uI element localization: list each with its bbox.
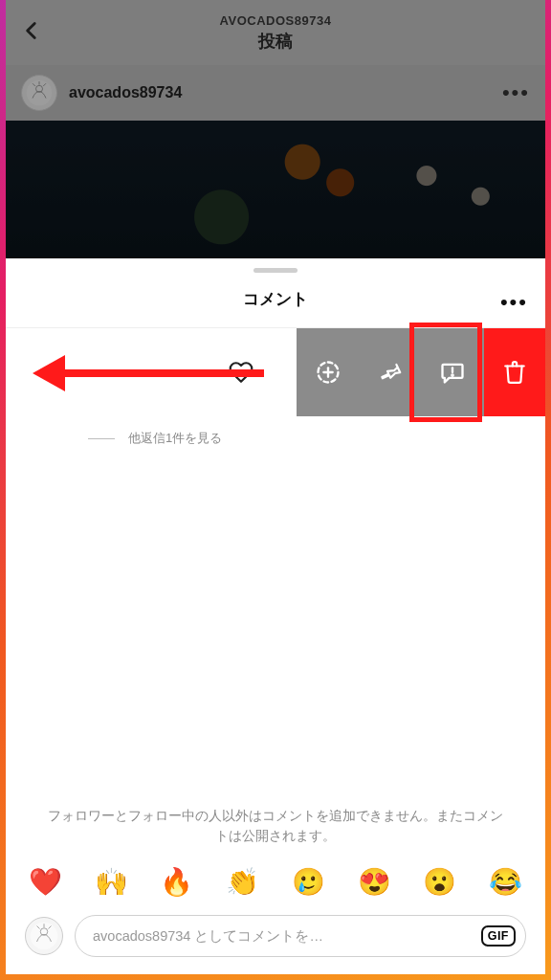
sheet-title: コメント (6, 288, 545, 310)
avatar-icon (26, 79, 53, 106)
emoji-teary-smile[interactable]: 🥲 (292, 866, 325, 898)
pin-icon (378, 360, 403, 385)
message-alert-icon (439, 359, 466, 386)
back-button[interactable] (19, 18, 44, 47)
emoji-quick-row: ❤️ 🙌 🔥 👏 🥲 😍 😮 😂 (6, 860, 545, 911)
replies-dash (88, 438, 115, 439)
svg-point-6 (452, 374, 453, 375)
restrict-button[interactable] (299, 328, 357, 416)
emoji-open-mouth[interactable]: 😮 (423, 866, 456, 898)
delete-button[interactable] (484, 328, 545, 416)
post-author-bar: avocados89734 ••• (6, 65, 545, 121)
trash-icon (502, 360, 527, 385)
emoji-heart-eyes[interactable]: 😍 (358, 866, 391, 898)
sheet-grabber[interactable] (253, 268, 298, 273)
swipe-gray-group (297, 328, 484, 416)
top-nav-bar: AVOCADOS89734 投稿 (6, 0, 545, 65)
report-button[interactable] (424, 328, 481, 416)
heart-icon (229, 360, 253, 385)
comments-sheet: コメント ••• (6, 258, 545, 974)
gif-button[interactable]: GIF (481, 925, 516, 947)
emoji-clap[interactable]: 👏 (226, 866, 259, 898)
like-comment-button[interactable] (218, 328, 264, 416)
header-title: 投稿 (220, 30, 332, 53)
comment-input-placeholder: avocados89734 としてコメントを… (93, 927, 481, 946)
header-account: AVOCADOS89734 (220, 13, 332, 28)
comment-input-row: avocados89734 としてコメントを… GIF (6, 911, 545, 974)
plus-circle-dashed-icon (315, 359, 342, 386)
emoji-heart[interactable]: ❤️ (29, 866, 62, 898)
author-username[interactable]: avocados89734 (69, 84, 182, 101)
view-replies-label: 他返信1件を見る (128, 430, 222, 447)
sheet-more-button[interactable]: ••• (500, 290, 528, 315)
comment-row-swiped[interactable] (6, 328, 545, 416)
pin-button[interactable] (362, 328, 419, 416)
emoji-raised-hands[interactable]: 🙌 (95, 866, 128, 898)
input-avatar[interactable] (25, 917, 63, 955)
sheet-header: コメント ••• (6, 278, 545, 328)
comment-input[interactable]: avocados89734 としてコメントを… GIF (75, 915, 526, 957)
swipe-actions (297, 328, 545, 416)
comment-restriction-notice: フォロワーとフォロー中の人以外はコメントを追加できません。またコメントは公開され… (6, 806, 545, 860)
author-avatar[interactable] (21, 75, 57, 111)
post-more-button[interactable]: ••• (502, 80, 530, 105)
view-replies-link[interactable]: 他返信1件を見る (6, 416, 545, 447)
emoji-joy[interactable]: 😂 (489, 866, 522, 898)
emoji-fire[interactable]: 🔥 (160, 866, 193, 898)
post-image (6, 121, 545, 258)
chevron-left-icon (19, 18, 44, 43)
avatar-icon (30, 922, 58, 950)
